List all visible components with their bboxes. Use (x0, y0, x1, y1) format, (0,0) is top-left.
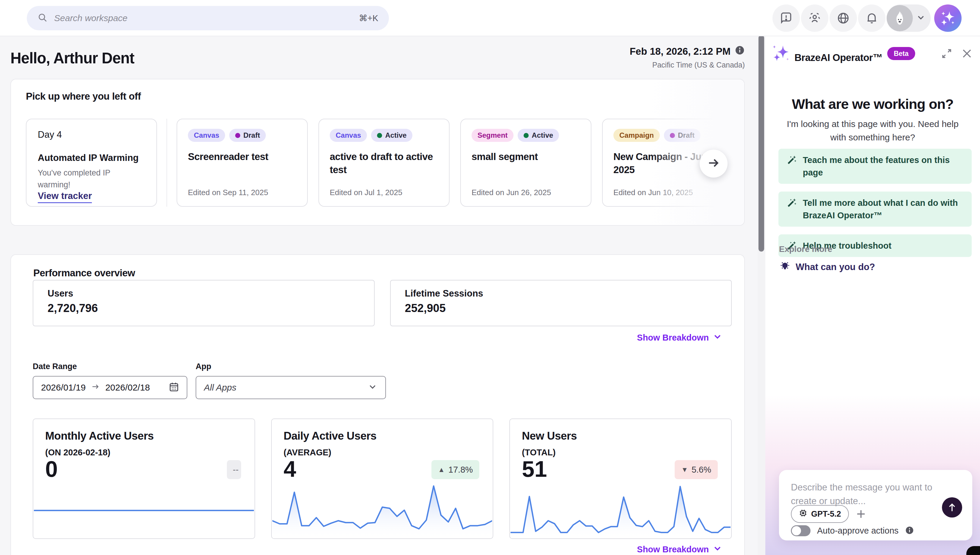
pickup-card[interactable]: Canvas Draft Screenreader test Edited on… (177, 119, 308, 207)
user-management-button[interactable] (801, 5, 828, 32)
status-badge: Draft (229, 129, 266, 142)
type-badge: Canvas (330, 129, 367, 142)
metric-card: Lifetime Sessions 252,905 (390, 280, 732, 326)
assistant-subheading: I'm looking at this page with you. Need … (785, 117, 960, 144)
auto-approve-toggle[interactable] (791, 525, 810, 536)
pickup-card-title: active to draft to active test (330, 150, 438, 176)
app-select[interactable]: All Apps (195, 376, 386, 399)
metric-card: Users 2,720,796 (33, 280, 375, 326)
scrollbar-thumb[interactable] (759, 35, 764, 252)
chevron-down-icon (367, 382, 378, 394)
pickup-card-title: small segment (472, 150, 580, 163)
current-datetime: Feb 18, 2026, 2:12 PM (630, 46, 730, 57)
message-composer: Describe the message you want to create … (779, 470, 972, 541)
metric-cards: Users 2,720,796 Lifetime Sessions 252,90… (33, 280, 732, 326)
what-can-you-do-link[interactable]: What can you do? (779, 260, 875, 274)
search-shortcut: ⌘+K (359, 13, 378, 23)
add-attachment-button[interactable]: + (857, 508, 866, 520)
performance-title: Performance overview (33, 267, 135, 279)
panel-title: BrazeAI Operator™ (794, 51, 882, 64)
carousel-next-button[interactable] (700, 149, 727, 178)
type-badge: Canvas (188, 129, 225, 142)
status-dot-icon (377, 133, 382, 138)
globe-button[interactable] (829, 5, 857, 32)
view-tracker-link[interactable]: View tracker (38, 191, 92, 203)
lightbulb-icon (779, 260, 791, 274)
tracker-name: Automated IP Warming (38, 152, 145, 163)
explore-link-label: What can you do? (796, 262, 875, 273)
suggestion-button[interactable]: Tell me more about what I can do with Br… (778, 191, 972, 227)
composer-input[interactable]: Describe the message you want to create … (791, 481, 958, 508)
type-badge: Segment (472, 129, 514, 142)
suggestion-button[interactable]: Teach me about the features on this page (778, 149, 972, 184)
date-block: Feb 18, 2026, 2:12 PM Pacific Time (US &… (630, 45, 745, 69)
pickup-card-edited: Edited on Jul 1, 2025 (330, 188, 402, 197)
metric-value: 252,905 (405, 302, 717, 315)
chart-title: Monthly Active Users (45, 430, 154, 442)
panel-header: BrazeAI Operator™ Beta (772, 41, 975, 66)
page-title: Hello, Arthur Dent (10, 50, 134, 67)
feedback-alert-button[interactable] (772, 5, 800, 32)
auto-approve-label: Auto-approve actions (817, 526, 898, 536)
assistant-heading: What are we working on? (765, 96, 980, 112)
brazeai-sparkle-icon (772, 44, 790, 63)
chart-cards-row: Monthly Active Users (ON 2026-02-18) 0 -… (33, 419, 732, 539)
show-breakdown-bottom[interactable]: Show Breakdown (637, 544, 722, 555)
model-name: GPT-5.2 (811, 510, 841, 519)
status-badge: Active (518, 129, 559, 142)
brazeai-sparkle-button[interactable] (934, 5, 962, 32)
pickup-section: Pick up where you left off Day 4 Automat… (10, 79, 745, 226)
status-dot-icon (670, 133, 675, 138)
pickup-card-edited: Edited on Jun 10, 2025 (613, 188, 693, 197)
account-menu[interactable] (887, 5, 930, 32)
sparkline-chart (272, 478, 492, 537)
pickup-card-title: Screenreader test (188, 150, 296, 163)
date-range-label: Date Range (33, 362, 187, 371)
braze-dashboard: Search workspace ⌘+K (0, 0, 980, 555)
pickup-card-edited: Edited on Sep 11, 2025 (188, 188, 268, 197)
date-range-input[interactable]: 2026/01/19 2026/02/18 (33, 376, 187, 399)
chevron-down-icon (916, 13, 926, 24)
status-dot-icon (524, 133, 528, 138)
change-badge: ▼ 5.6% (675, 460, 718, 479)
info-icon[interactable] (905, 526, 914, 536)
date-from: 2026/01/19 (41, 382, 86, 393)
chart-card: Monthly Active Users (ON 2026-02-18) 0 -… (33, 419, 255, 539)
show-breakdown-label: Show Breakdown (637, 333, 709, 343)
top-icon-cluster (772, 4, 962, 32)
ip-warming-tracker-card[interactable]: Day 4 Automated IP Warming You've comple… (26, 119, 157, 207)
search-input[interactable]: Search workspace ⌘+K (27, 6, 389, 30)
magic-wand-icon (786, 198, 797, 209)
change-badge: -- (227, 460, 241, 479)
arrow-right-icon (707, 156, 721, 171)
status-badge: Active (371, 129, 412, 142)
search-icon (37, 13, 48, 24)
tracker-day: Day 4 (38, 129, 145, 140)
main-content: Hello, Arthur Dent Feb 18, 2026, 2:12 PM… (0, 36, 759, 555)
explore-more-label: Explore more (779, 244, 832, 254)
change-badge: ▲ 17.8% (431, 460, 479, 479)
trend-arrow-icon: ▲ (438, 466, 445, 474)
pickup-card[interactable]: Canvas Active active to draft to active … (319, 119, 450, 207)
tracker-status: You've completed IP warming! (38, 167, 133, 191)
beta-badge: Beta (887, 47, 915, 60)
pickup-cards-row: Day 4 Automated IP Warming You've comple… (26, 119, 744, 207)
pickup-card[interactable]: Segment Active small segment Edited on J… (460, 119, 591, 207)
pickup-card-edited: Edited on Jun 26, 2025 (472, 188, 551, 197)
close-panel-button[interactable] (959, 46, 975, 61)
sparkline-chart (511, 478, 730, 537)
divider (167, 119, 167, 207)
send-button[interactable] (942, 497, 962, 518)
show-breakdown-top[interactable]: Show Breakdown (637, 332, 722, 343)
model-selector[interactable]: GPT-5.2 (791, 505, 849, 523)
suggestion-label: Teach me about the features on this page (803, 154, 964, 179)
info-icon[interactable] (735, 45, 745, 58)
expand-panel-button[interactable] (939, 46, 954, 61)
chart-card: Daily Active Users (AVERAGE) 4 ▲ 17.8% (271, 419, 493, 539)
chart-value: 0 (45, 456, 58, 482)
chart-title: New Users (522, 430, 577, 442)
notifications-bell-button[interactable] (858, 5, 886, 32)
pickup-title: Pick up where you left off (26, 91, 141, 102)
sparkline-chart (34, 478, 254, 513)
chevron-down-icon (713, 544, 722, 555)
